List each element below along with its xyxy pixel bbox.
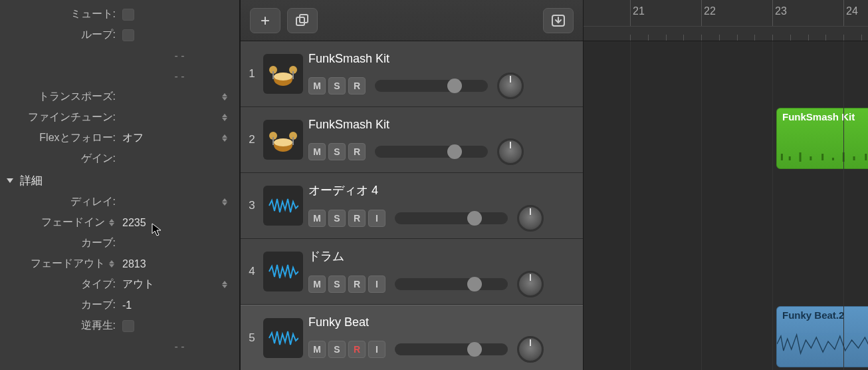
region-label: Funky Beat.2 xyxy=(782,309,844,321)
arrange-area[interactable]: 21222324 FunkSmash Kit Funky Beat.2 xyxy=(584,0,868,370)
duplicate-track-button[interactable] xyxy=(287,8,318,33)
transpose-stepper[interactable] xyxy=(222,91,229,104)
mute-label: ミュート: xyxy=(0,7,120,21)
import-button[interactable] xyxy=(543,8,574,33)
flexfollow-stepper[interactable] xyxy=(222,132,229,145)
record-button[interactable]: R xyxy=(348,77,366,94)
volume-slider[interactable] xyxy=(375,80,488,92)
track-name[interactable]: FunkSmash Kit xyxy=(308,118,572,132)
type-row[interactable]: タイプ: アウト xyxy=(0,274,239,295)
fadeout-row[interactable]: フェードアウト 2813 xyxy=(0,254,239,274)
solo-button[interactable]: S xyxy=(328,210,346,227)
track-row[interactable]: 5Funky BeatMSRI xyxy=(241,305,583,370)
region-funkybeat[interactable]: Funky Beat.2 xyxy=(776,306,868,367)
gain-row[interactable]: ゲイン: xyxy=(0,148,239,169)
record-button[interactable]: R xyxy=(348,143,366,160)
input-button[interactable]: I xyxy=(368,341,385,358)
delay-stepper[interactable] xyxy=(222,196,229,209)
fadeout-value[interactable]: 2813 xyxy=(120,258,219,270)
track-row[interactable]: 3オーディオ 4MSRI xyxy=(241,173,583,239)
input-button[interactable]: I xyxy=(368,210,385,227)
curve1-label: カーブ: xyxy=(0,236,120,250)
loop-row[interactable]: ループ: xyxy=(0,25,239,45)
track-row[interactable]: 2FunkSmash KitMSR xyxy=(241,107,583,173)
curve2-label: カーブ: xyxy=(0,298,120,312)
volume-slider[interactable] xyxy=(395,278,508,290)
volume-slider[interactable] xyxy=(395,212,508,224)
mute-row[interactable]: ミュート: xyxy=(0,4,239,25)
svg-rect-22 xyxy=(853,156,855,160)
record-button[interactable]: R xyxy=(348,341,366,358)
advanced-section-header[interactable]: 詳細 xyxy=(0,169,239,192)
flexfollow-row[interactable]: Flexとフォロー: オフ xyxy=(0,128,239,148)
input-button[interactable]: I xyxy=(368,276,385,293)
spacer-row: - - xyxy=(0,45,239,66)
mute-button[interactable]: M xyxy=(308,143,326,160)
mute-button[interactable]: M xyxy=(308,77,326,94)
pan-knob[interactable] xyxy=(517,271,544,297)
bar-ruler[interactable]: 21222324 xyxy=(584,0,868,41)
mute-button[interactable]: M xyxy=(308,341,326,358)
bar-number: 24 xyxy=(846,5,858,17)
fadein-label: フェードイン xyxy=(41,216,105,230)
pan-knob[interactable] xyxy=(497,138,524,165)
fadein-stepper[interactable] xyxy=(109,216,116,230)
transpose-row[interactable]: トランスポーズ: xyxy=(0,87,239,107)
loop-checkbox[interactable] xyxy=(122,29,134,41)
solo-button[interactable]: S xyxy=(328,341,346,358)
reverse-row[interactable]: 逆再生: xyxy=(0,315,239,336)
gain-label: ゲイン: xyxy=(0,152,120,166)
curve2-value[interactable]: -1 xyxy=(120,299,219,311)
type-stepper[interactable] xyxy=(222,278,229,291)
loop-label: ループ: xyxy=(0,28,120,42)
finetune-stepper[interactable] xyxy=(222,111,229,124)
finetune-row[interactable]: ファインチューン: xyxy=(0,107,239,128)
mute-checkbox[interactable] xyxy=(122,9,134,21)
record-button[interactable]: R xyxy=(348,210,366,227)
plus-icon: + xyxy=(261,13,270,29)
solo-button[interactable]: S xyxy=(328,77,346,94)
delay-row[interactable]: ディレイ: xyxy=(0,192,239,212)
svg-rect-15 xyxy=(781,154,783,160)
solo-button[interactable]: S xyxy=(328,143,346,160)
track-number: 2 xyxy=(241,133,263,146)
svg-rect-20 xyxy=(832,158,834,160)
mute-button[interactable]: M xyxy=(308,276,326,293)
duplicate-icon xyxy=(295,14,310,27)
fadein-row[interactable]: フェードイン 2235 xyxy=(0,212,239,233)
curve1-row[interactable]: カーブ: xyxy=(0,233,239,254)
pan-knob[interactable] xyxy=(497,73,524,99)
record-button[interactable]: R xyxy=(348,276,366,293)
track-row[interactable]: 4ドラムMSRI xyxy=(241,239,583,305)
curve2-row[interactable]: カーブ: -1 xyxy=(0,295,239,315)
drumkit-icon xyxy=(263,54,303,94)
reverse-label: 逆再生: xyxy=(0,319,120,333)
pan-knob[interactable] xyxy=(517,336,544,363)
track-name[interactable]: FunkSmash Kit xyxy=(308,52,572,66)
add-track-button[interactable]: + xyxy=(250,8,280,33)
track-name[interactable]: オーディオ 4 xyxy=(308,182,572,198)
audio-wave-icon xyxy=(263,186,303,226)
track-number: 4 xyxy=(241,265,263,278)
fadein-value[interactable]: 2235 xyxy=(120,217,219,229)
solo-button[interactable]: S xyxy=(328,276,346,293)
track-row[interactable]: 1FunkSmash KitMSR xyxy=(241,41,583,107)
track-name[interactable]: ドラム xyxy=(308,248,572,264)
type-value: アウト xyxy=(120,278,219,291)
svg-rect-17 xyxy=(800,152,802,162)
tracks-container: 1FunkSmash KitMSR2FunkSmash KitMSR3オーディオ… xyxy=(241,41,583,370)
mute-button[interactable]: M xyxy=(308,210,326,227)
fadeout-label: フェードアウト xyxy=(31,257,105,271)
spacer-row: - - xyxy=(0,336,239,357)
reverse-checkbox[interactable] xyxy=(122,320,134,332)
delay-label: ディレイ: xyxy=(0,195,120,209)
volume-slider[interactable] xyxy=(375,146,488,158)
flexfollow-label: Flexとフォロー: xyxy=(0,131,120,145)
track-name[interactable]: Funky Beat xyxy=(308,315,572,329)
volume-slider[interactable] xyxy=(395,343,508,355)
finetune-label: ファインチューン: xyxy=(0,110,120,124)
fadeout-stepper[interactable] xyxy=(109,258,116,271)
pan-knob[interactable] xyxy=(517,205,544,232)
track-list-panel: + 1FunkSmash KitMSR2FunkSmash KitMSR3オーデ… xyxy=(241,0,584,370)
region-funksmash[interactable]: FunkSmash Kit xyxy=(776,108,868,169)
